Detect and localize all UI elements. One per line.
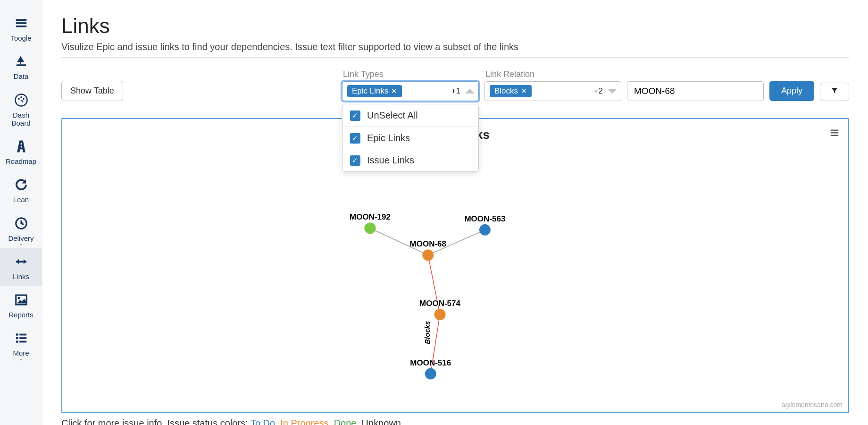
chip-remove-icon[interactable]: ✕ — [391, 87, 397, 95]
filter-button[interactable] — [820, 83, 849, 101]
page-title: Links — [61, 14, 849, 38]
caret-down-icon — [608, 89, 617, 94]
link-types-select[interactable]: Epic Links ✕ +1 — [342, 81, 479, 101]
svg-rect-18 — [19, 341, 26, 343]
svg-point-15 — [16, 337, 18, 340]
page-subtitle: Visulize Epic and issue links to find yo… — [61, 42, 849, 58]
sidebar-item-label: Dash Board — [11, 111, 30, 128]
svg-point-29 — [479, 224, 491, 236]
svg-point-35 — [425, 368, 436, 380]
legend-todo: To Do — [250, 418, 275, 425]
apply-button[interactable]: Apply — [769, 81, 814, 101]
svg-point-17 — [16, 340, 18, 343]
dropdown-unselect-all[interactable]: ✓ UnSelect All — [342, 104, 478, 127]
svg-text:MOON-516: MOON-516 — [410, 358, 451, 367]
svg-point-13 — [16, 333, 18, 336]
dashboard-icon — [14, 93, 28, 109]
link-types-label: Link Types — [342, 69, 479, 79]
sidebar-item-label: Data — [14, 72, 29, 80]
svg-point-27 — [364, 222, 376, 234]
sidebar-item-reports[interactable]: Reports — [0, 286, 42, 324]
main-content: Links Visulize Epic and issue links to f… — [42, 0, 868, 425]
svg-rect-16 — [19, 337, 26, 339]
issue-filter-input[interactable] — [627, 81, 764, 101]
sidebar-item-toggle[interactable]: Toogle — [0, 9, 42, 48]
svg-text:MOON-68: MOON-68 — [410, 239, 446, 248]
clock-icon — [14, 216, 28, 232]
sidebar-item-label: Reports — [8, 311, 33, 319]
sidebar-item-label: Roadmap — [6, 157, 36, 165]
svg-rect-3 — [20, 61, 21, 65]
show-table-button[interactable]: Show Table — [61, 81, 123, 101]
svg-point-12 — [17, 297, 20, 299]
svg-text:MOON-574: MOON-574 — [419, 299, 460, 308]
sidebar: Toogle Data Dash Board Roadmap Lean — [0, 0, 42, 425]
svg-point-5 — [18, 98, 20, 100]
svg-rect-0 — [16, 19, 26, 21]
link-relation-select[interactable]: Blocks ✕ +2 — [484, 81, 621, 101]
link-types-count: +1 — [451, 86, 460, 96]
dropdown-option-issue-links[interactable]: ✓ Issue Links — [342, 149, 478, 171]
filter-icon — [831, 87, 838, 96]
sidebar-item-label: Links — [13, 272, 29, 280]
svg-text:MOON-563: MOON-563 — [464, 214, 505, 223]
sidebar-item-lean[interactable]: Lean — [0, 171, 42, 209]
svg-point-31 — [422, 249, 434, 261]
svg-rect-1 — [16, 22, 26, 24]
svg-point-6 — [20, 96, 22, 98]
sidebar-item-label: Lean — [13, 196, 29, 204]
chevron-down-icon: ⌄ — [19, 241, 23, 246]
link-icon — [14, 255, 28, 271]
link-types-chip: Epic Links ✕ — [347, 85, 402, 97]
svg-text:MOON-192: MOON-192 — [350, 212, 391, 221]
link-relation-count: +2 — [594, 86, 603, 96]
link-relation-label: Link Relation — [484, 69, 621, 79]
link-relation-group: Link Relation Blocks ✕ +2 — [484, 69, 621, 101]
svg-point-7 — [23, 98, 25, 100]
svg-rect-2 — [16, 26, 26, 27]
sidebar-item-dashboard[interactable]: Dash Board — [0, 86, 42, 133]
dropdown-option-epic-links[interactable]: ✓ Epic Links — [342, 127, 478, 149]
checkbox-checked-icon[interactable]: ✓ — [350, 155, 360, 166]
list-icon — [14, 331, 28, 347]
chevron-down-icon: ⌄ — [19, 356, 23, 361]
checkbox-checked-icon[interactable]: ✓ — [350, 133, 360, 144]
link-types-dropdown: ✓ UnSelect All ✓ Epic Links ✓ Issue Link… — [342, 104, 479, 172]
road-icon — [14, 139, 28, 155]
menu-icon — [14, 16, 28, 32]
sidebar-item-roadmap[interactable]: Roadmap — [0, 133, 42, 171]
svg-rect-14 — [19, 334, 26, 336]
refresh-icon — [14, 178, 28, 194]
svg-point-33 — [434, 309, 446, 320]
link-relation-chip: Blocks ✕ — [490, 85, 532, 97]
sidebar-item-links[interactable]: Links — [0, 248, 42, 286]
legend-in-progress: In Progress — [280, 418, 328, 425]
image-icon — [14, 293, 28, 309]
caret-up-icon — [465, 89, 475, 94]
chip-remove-icon[interactable]: ✕ — [521, 87, 527, 95]
status-legend: Click for more issue info. Issue status … — [61, 418, 849, 425]
data-icon — [14, 54, 28, 70]
legend-unknown: Unknown — [362, 418, 401, 425]
svg-line-8 — [21, 100, 23, 102]
svg-text:Blocks: Blocks — [423, 321, 431, 344]
checkbox-checked-icon[interactable]: ✓ — [350, 110, 360, 121]
sidebar-item-data[interactable]: Data — [0, 48, 42, 86]
sidebar-item-more[interactable]: More ⌄ — [0, 324, 42, 363]
controls-bar: Show Table Link Types Epic Links ✕ +1 — [61, 69, 849, 101]
legend-done: Done — [334, 418, 357, 425]
link-types-group: Link Types Epic Links ✕ +1 — [342, 69, 479, 101]
sidebar-item-label: Toogle — [10, 34, 31, 42]
chart-watermark: agilemontecarlo.com — [782, 401, 843, 408]
sidebar-item-delivery[interactable]: Delivery ⌄ — [0, 210, 42, 248]
issue-filter-group: . — [627, 69, 764, 101]
